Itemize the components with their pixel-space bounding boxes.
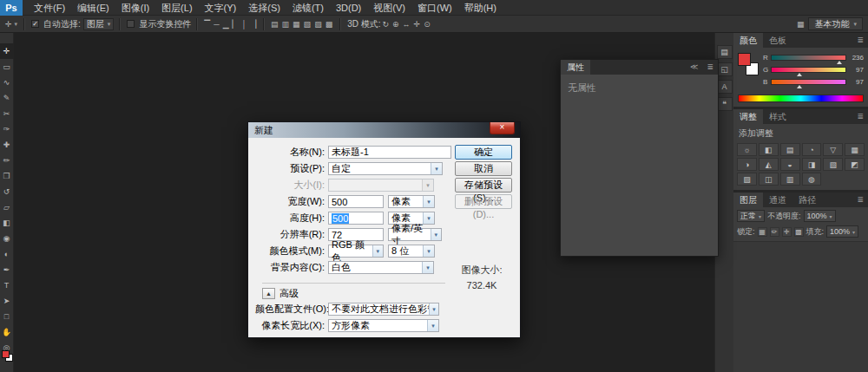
menu-view[interactable]: 视图(V) <box>367 0 411 16</box>
menu-help[interactable]: 帮助(H) <box>458 0 503 16</box>
info-panel-icon[interactable]: ◱ <box>717 62 733 76</box>
distribute-vcenter-icon[interactable]: ▥ <box>280 16 292 32</box>
eyedropper-tool[interactable]: ✑ <box>0 121 14 137</box>
hue-saturation-icon[interactable]: ▦ <box>845 143 865 156</box>
green-slider-thumb[interactable] <box>797 73 802 76</box>
vibrance-icon[interactable]: ▽ <box>823 143 843 156</box>
blue-value[interactable]: 97 <box>846 78 864 86</box>
layers-list[interactable] <box>733 241 868 372</box>
marquee-tool[interactable]: ▭ <box>0 59 14 75</box>
align-left-icon[interactable]: ▏ <box>231 16 240 32</box>
align-right-icon[interactable]: ▕ <box>248 16 258 32</box>
gradient-tool[interactable]: ◧ <box>0 215 14 231</box>
align-top-icon[interactable]: ▔ <box>202 16 212 32</box>
menu-file[interactable]: 文件(F) <box>28 0 71 16</box>
distribute-hcenter-icon[interactable]: ▨ <box>312 16 324 32</box>
menu-filter[interactable]: 滤镜(T) <box>286 0 330 16</box>
pixel-aspect-dropdown[interactable]: 方形像素 <box>328 319 439 332</box>
fill-dropdown[interactable]: 100% <box>826 225 858 238</box>
invert-icon[interactable]: ◩ <box>845 158 865 171</box>
panel-menu-icon[interactable]: ≣ <box>852 33 868 48</box>
collapse-panel-icon[interactable]: ≪ <box>686 60 702 75</box>
selective-color-icon[interactable]: ◍ <box>802 173 822 186</box>
align-hcenter-icon[interactable]: │ <box>240 16 249 32</box>
type-tool[interactable]: T <box>0 277 14 293</box>
background-contents-dropdown[interactable]: 白色 <box>328 261 434 274</box>
distribute-left-icon[interactable]: ▧ <box>302 16 313 32</box>
red-slider[interactable] <box>771 55 846 61</box>
color-lookup-icon[interactable]: ▧ <box>823 158 843 171</box>
ok-button[interactable]: 确定 <box>455 145 512 160</box>
menu-edit[interactable]: 编辑(E) <box>71 0 115 16</box>
tab-channels[interactable]: 通道 <box>763 193 792 207</box>
lasso-tool[interactable]: ∿ <box>0 75 14 90</box>
threshold-icon[interactable]: ◫ <box>759 173 779 186</box>
quick-selection-tool[interactable]: ✎ <box>0 90 14 106</box>
3d-slide-icon[interactable]: ✛ <box>412 16 423 32</box>
red-value[interactable]: 236 <box>846 54 864 62</box>
black-white-icon[interactable]: ◭ <box>759 158 779 171</box>
tab-adjustments[interactable]: 调整 <box>733 109 763 124</box>
healing-brush-tool[interactable]: ✚ <box>0 137 14 153</box>
panel-menu-icon[interactable]: ≣ <box>702 60 718 75</box>
menu-type[interactable]: 文字(Y) <box>199 0 243 16</box>
menu-window[interactable]: 窗口(W) <box>411 0 458 16</box>
levels-icon[interactable]: ◧ <box>759 143 779 156</box>
close-icon[interactable]: × <box>490 122 515 134</box>
panel-menu-icon[interactable]: ≣ <box>852 109 868 124</box>
foreground-color-swatch[interactable] <box>2 350 10 358</box>
foreground-background-swatches[interactable] <box>2 350 13 362</box>
properties-panel-header[interactable]: 属性 ≪ ≣ <box>561 60 718 75</box>
photo-filter-icon[interactable]: ◒ <box>780 158 800 171</box>
crop-tool[interactable]: ✂ <box>0 106 14 121</box>
advanced-collapse-icon[interactable]: ▲ <box>262 288 275 299</box>
distribute-top-icon[interactable]: ▤ <box>269 16 280 32</box>
color-spectrum-ramp[interactable] <box>738 95 864 102</box>
align-vcenter-icon[interactable]: ─ <box>212 16 220 32</box>
dodge-tool[interactable]: ◐ <box>0 246 14 262</box>
menu-image[interactable]: 图像(I) <box>115 0 155 16</box>
color-mode-dropdown[interactable]: RGB 颜色 <box>328 245 384 258</box>
green-slider[interactable] <box>771 67 846 73</box>
brightness-contrast-icon[interactable]: ☼ <box>737 143 757 156</box>
dialog-title-bar[interactable]: 新建 <box>248 122 520 138</box>
bit-depth-dropdown[interactable]: 8 位 <box>388 245 435 258</box>
menu-layer[interactable]: 图层(L) <box>155 0 198 16</box>
name-input[interactable]: 未标题-1 <box>328 146 451 159</box>
menu-3d[interactable]: 3D(D) <box>330 0 367 16</box>
tool-preset-caret-icon[interactable]: ▾ <box>15 21 18 28</box>
3d-rotate-icon[interactable]: ↻ <box>381 16 391 32</box>
character-panel-icon[interactable]: A <box>717 80 733 94</box>
foreground-color-swatch[interactable] <box>738 53 751 66</box>
channel-mixer-icon[interactable]: ◨ <box>802 158 822 171</box>
tab-layers[interactable]: 图层 <box>733 193 763 207</box>
tab-paths[interactable]: 路径 <box>792 193 822 207</box>
red-slider-thumb[interactable] <box>837 61 842 64</box>
blue-slider[interactable] <box>771 79 846 85</box>
color-balance-icon[interactable]: ◑ <box>737 158 757 171</box>
3d-scale-icon[interactable]: ⊙ <box>422 16 432 32</box>
lock-position-icon[interactable]: ✛ <box>782 227 792 237</box>
distribute-bottom-icon[interactable]: ▦ <box>291 16 302 32</box>
blend-mode-dropdown[interactable]: 正常 <box>737 210 765 222</box>
panel-menu-icon[interactable]: ≣ <box>852 193 868 207</box>
distribute-right-icon[interactable]: ▩ <box>324 16 335 32</box>
cancel-button[interactable]: 取消 <box>455 161 512 176</box>
show-transform-checkbox[interactable] <box>127 20 135 28</box>
clone-stamp-tool[interactable]: ❐ <box>0 168 14 184</box>
height-input[interactable]: 500 <box>328 212 384 225</box>
menu-select[interactable]: 选择(S) <box>242 0 286 16</box>
path-selection-tool[interactable]: ➤ <box>0 293 14 309</box>
shape-tool[interactable]: □ <box>0 309 14 324</box>
3d-roll-icon[interactable]: ⊕ <box>391 16 401 32</box>
gradient-map-icon[interactable]: ▥ <box>780 173 800 186</box>
history-brush-tool[interactable]: ↺ <box>0 184 14 199</box>
history-panel-icon[interactable]: ▤ <box>717 45 733 59</box>
notes-panel-icon[interactable]: ❝ <box>717 97 733 111</box>
green-value[interactable]: 97 <box>846 66 864 74</box>
blur-tool[interactable]: ◉ <box>0 231 14 246</box>
move-tool[interactable]: ✛ <box>0 43 14 59</box>
posterize-icon[interactable]: ▨ <box>737 173 757 186</box>
lock-transparency-icon[interactable]: ▦ <box>758 227 767 237</box>
move-tool-preset-icon[interactable]: ✛ <box>3 16 14 32</box>
